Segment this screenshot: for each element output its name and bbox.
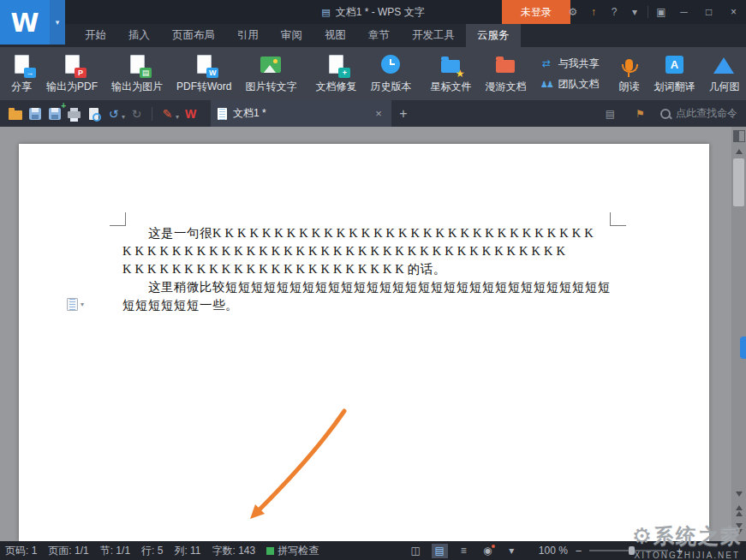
tab-view[interactable]: 视图	[313, 24, 357, 47]
clock-icon	[379, 53, 402, 75]
history-version-button[interactable]: 历史版本	[363, 47, 418, 100]
picture-icon	[260, 53, 282, 75]
new-tab-button[interactable]: +	[391, 100, 415, 127]
login-button[interactable]: 未登录	[502, 0, 570, 24]
team-docs-button[interactable]: ♟♟ 团队文档	[540, 77, 599, 92]
tab-section[interactable]: 章节	[357, 24, 401, 47]
quick-access-bar: + ↺ ▾ ↻ ✎ ▾ W 文档1 * × + ▤ ⚑ 点此查找命令	[0, 100, 746, 127]
previous-page-button[interactable]	[736, 505, 743, 516]
image-to-text-button[interactable]: 图片转文字	[238, 47, 303, 100]
wps-logo-letter: W	[10, 8, 39, 38]
redo-icon[interactable]: ↻	[127, 104, 146, 123]
starred-files-button[interactable]: ★ 星标文件	[423, 47, 478, 100]
statusbar: 页码: 1 页面: 1/1 节: 1/1 行: 5 列: 11 字数: 143 …	[0, 541, 746, 560]
share-button[interactable]: → 分享	[3, 47, 39, 100]
zoom-out-button[interactable]: −	[576, 545, 582, 557]
close-button[interactable]: ×	[721, 0, 746, 24]
status-word-count[interactable]: 字数: 143	[212, 544, 256, 558]
document-tab[interactable]: 文档1 * ×	[211, 100, 391, 127]
chevron-down-icon[interactable]: ▾	[624, 0, 645, 24]
wps-hotspot-icon[interactable]: W	[181, 104, 200, 123]
help-icon[interactable]: ?	[604, 0, 624, 24]
wps-logo-button[interactable]: W	[0, 0, 50, 45]
titlebar-right-controls: ⚙ ↑ ? ▾ ▣ ─ □ ×	[563, 0, 746, 24]
task-pane-icon[interactable]	[733, 130, 745, 142]
zoom-controls: 100 % − +	[539, 545, 683, 557]
divider	[648, 6, 648, 18]
side-panel-handle[interactable]	[740, 337, 746, 359]
zoom-value[interactable]: 100 %	[539, 545, 568, 557]
share-team-stack: ⇄ 与我共享 ♟♟ 团队文档	[533, 47, 606, 100]
ribbon-toggle-icon[interactable]: ▣	[651, 0, 671, 24]
tab-cloud-service[interactable]: 云服务	[466, 24, 521, 47]
statusbar-right: ◫ ▤ ≡ ◉ ▾ 100 % − +	[408, 544, 746, 558]
flag-icon[interactable]: ⚑	[630, 104, 650, 123]
roaming-folder-icon	[494, 53, 516, 75]
roaming-docs-button[interactable]: 漫游文档	[478, 47, 533, 100]
margin-cropmark-right	[610, 212, 626, 226]
geometry-button[interactable]: 几何图	[701, 47, 746, 100]
scroll-up-arrow[interactable]	[736, 149, 743, 154]
star-folder-icon: ★	[439, 53, 462, 75]
share-small-icon: ⇄	[540, 57, 552, 69]
settings-icon[interactable]: ⚙	[563, 0, 583, 24]
shared-with-me-button[interactable]: ⇄ 与我共享	[540, 57, 599, 71]
scrollbar-thumb[interactable]	[733, 158, 744, 206]
doc-repair-button[interactable]: + 文档修复	[308, 47, 363, 100]
minimize-button[interactable]: ─	[671, 0, 696, 24]
wps-logo-caret[interactable]: ▾	[50, 0, 65, 45]
share-icon: →	[10, 53, 33, 75]
undo-icon[interactable]: ↺	[104, 104, 123, 123]
vertical-scrollbar[interactable]	[731, 127, 746, 541]
zoom-slider[interactable]	[589, 550, 668, 551]
translate-button[interactable]: A 划词翻译	[647, 47, 701, 100]
status-pages: 页面: 1/1	[48, 544, 88, 558]
read-aloud-button[interactable]: 朗读	[611, 47, 647, 100]
upgrade-icon[interactable]: ↑	[583, 0, 604, 24]
print-preview-icon[interactable]	[84, 104, 104, 123]
tab-page-layout[interactable]: 页面布局	[161, 24, 226, 47]
tab-references[interactable]: 引用	[226, 24, 270, 47]
paragraph-widget[interactable]: ▾	[67, 298, 84, 311]
view-dropdown-icon[interactable]: ▾	[504, 544, 520, 558]
export-pdf-button[interactable]: P 输出为PDF	[39, 47, 104, 100]
command-search-input[interactable]: 点此查找命令	[660, 106, 737, 121]
read-mode-icon[interactable]: ◫	[408, 544, 424, 558]
chevron-down-icon: ▾	[81, 301, 84, 308]
open-folder-icon[interactable]	[5, 104, 25, 123]
status-section: 节: 1/1	[100, 544, 130, 558]
document-text[interactable]: 这是一句很KKKKKKKKKKKKKKKKKKKKKKKKKKKKKKK KKK…	[122, 224, 607, 314]
zoom-in-button[interactable]: +	[676, 545, 683, 557]
next-page-button[interactable]	[736, 523, 743, 534]
save-as-icon[interactable]: +	[45, 104, 64, 123]
tab-insert[interactable]: 插入	[117, 24, 161, 47]
tab-review[interactable]: 审阅	[270, 24, 313, 47]
export-image-button[interactable]: ▤ 输出为图片	[104, 47, 170, 100]
maximize-button[interactable]: □	[696, 0, 721, 24]
pdf-to-word-icon: W	[193, 53, 215, 75]
switch-window-icon[interactable]: ▤	[600, 104, 620, 123]
text-line: 短短短短短短一些。	[122, 296, 607, 314]
document-page[interactable]: 这是一句很KKKKKKKKKKKKKKKKKKKKKKKKKKKKKKK KKK…	[19, 144, 709, 541]
text-line: 这是一句很KKKKKKKKKKKKKKKKKKKKKKKKKKKKKKK	[122, 224, 607, 242]
print-icon[interactable]	[64, 104, 84, 123]
zoom-slider-thumb[interactable]	[629, 546, 635, 555]
ribbon: → 分享 P 输出为PDF ▤ 输出为图片 W PDF转Word	[0, 47, 746, 100]
pdf-to-word-button[interactable]: W PDF转Word	[170, 47, 238, 100]
scroll-down-arrow[interactable]	[736, 491, 743, 497]
divider	[152, 107, 152, 121]
save-icon[interactable]	[25, 104, 45, 123]
people-icon: ♟♟	[540, 80, 552, 89]
translate-icon: A	[663, 53, 685, 75]
view-mode-switcher: ◫ ▤ ≡ ◉ ▾	[408, 544, 520, 558]
spellcheck-toggle[interactable]: 拼写检查	[266, 544, 319, 558]
tab-home[interactable]: 开始	[74, 24, 117, 47]
tab-developer[interactable]: 开发工具	[401, 24, 466, 47]
eye-protect-icon[interactable]: ◉	[480, 544, 496, 558]
tab-close-icon[interactable]: ×	[373, 107, 385, 120]
search-placeholder: 点此查找命令	[676, 106, 737, 121]
highlight-pen-icon[interactable]: ✎	[158, 104, 177, 123]
outline-view-icon[interactable]: ≡	[456, 544, 472, 558]
spellcheck-icon	[266, 547, 274, 555]
page-view-icon[interactable]: ▤	[432, 544, 448, 558]
